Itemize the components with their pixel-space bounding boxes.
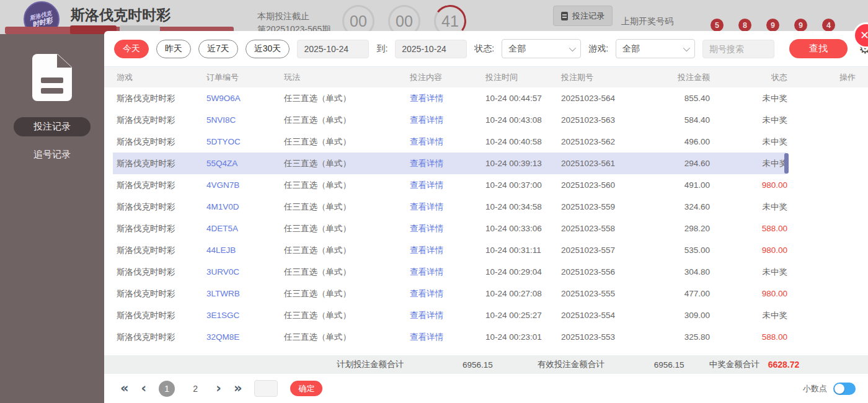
cell-time: 10-24 00:37:00 [485,180,561,190]
status-select-value: 全部 [508,43,526,55]
cell-status: 未中奖 [710,202,787,213]
cell-status: 588.00 [710,332,787,342]
order-link[interactable]: 5DTYOC [206,137,284,146]
detail-link[interactable]: 查看详情 [410,180,485,191]
cell-time: 10-24 00:31:11 [485,246,561,255]
cell-time: 10-24 00:44:57 [485,94,561,103]
document-icon-line [41,88,63,94]
sidebar-item[interactable]: 投注记录 [14,117,91,136]
table-row[interactable]: 斯洛伐克时时彩3LTWRB任三直选（单式）查看详情10-24 00:27:082… [104,283,868,304]
detail-link[interactable]: 查看详情 [410,93,485,104]
cell-play: 任三直选（单式） [284,158,410,169]
game-select[interactable]: 全部 [616,39,695,58]
table-row[interactable]: 斯洛伐克时时彩32QM8E任三直选（单式）查看详情10-24 00:23:012… [104,326,868,348]
cell-period: 20251023-556 [561,267,665,277]
detail-link[interactable]: 查看详情 [410,223,485,234]
cell-game: 斯洛伐克时时彩 [117,223,206,234]
table-row[interactable]: 斯洛伐克时时彩4VGN7B任三直选（单式）查看详情10-24 00:37:002… [104,174,868,196]
table-row[interactable]: 斯洛伐克时时彩44LEJB任三直选（单式）查看详情10-24 00:31:112… [104,239,868,261]
order-link[interactable]: 3E1SGC [206,311,284,320]
detail-link[interactable]: 查看详情 [410,158,485,169]
cell-status: 未中奖 [710,158,787,169]
prev-page-button[interactable]: ‹ [141,382,147,395]
cell-amount: 304.80 [665,267,710,277]
cell-game: 斯洛伐克时时彩 [117,310,206,321]
page-list: 12 [159,381,203,397]
decimal-control: 小数点 [803,383,856,395]
cell-play: 任三直选（单式） [284,115,410,126]
countdown-value: 00 [350,12,367,30]
detail-link[interactable]: 查看详情 [410,332,485,343]
cell-play: 任三直选（单式） [284,223,410,234]
game-select-value: 全部 [622,43,640,55]
order-link[interactable]: 5NVI8C [206,115,284,125]
table-row[interactable]: 斯洛伐克时时彩55Q4ZA任三直选（单式）查看详情10-24 00:39:132… [104,153,868,174]
cell-play: 任三直选（单式） [284,136,410,148]
sidebar-item[interactable]: 追号记录 [14,145,91,164]
order-link[interactable]: 5W9O6A [206,94,284,103]
app: { "colors": { "accent": "#f84d4d", "link… [0,0,868,403]
order-link[interactable]: 4M1V0D [206,202,284,211]
table-row[interactable]: 斯洛伐克时时彩5DTYOC任三直选（单式）查看详情10-24 00:40:582… [104,131,868,153]
status-select[interactable]: 全部 [502,39,581,58]
document-icon-line [41,78,63,83]
toggle-knob [835,384,844,394]
date-to-input[interactable] [395,40,467,58]
detail-link[interactable]: 查看详情 [410,288,485,299]
period-search-input[interactable] [702,40,774,58]
order-link[interactable]: 3LTWRB [206,289,284,298]
order-link[interactable]: 4DET5A [206,224,284,233]
cell-period: 20251023-554 [561,311,665,320]
range-button[interactable]: 近30天 [246,40,290,58]
table-row[interactable]: 斯洛伐克时时彩3E1SGC任三直选（单式）查看详情10-24 00:25:272… [104,304,868,326]
detail-link[interactable]: 查看详情 [410,310,485,321]
page-button[interactable]: 1 [159,381,175,397]
cell-amount: 584.40 [665,115,710,125]
summary-bar: 计划投注金额合计 6956.15 有效投注金额合计 6956.15 中奖金额合计… [104,355,868,374]
detail-link[interactable]: 查看详情 [410,115,485,126]
detail-link[interactable]: 查看详情 [410,136,485,148]
page-button[interactable]: 2 [187,381,203,397]
cell-game: 斯洛伐克时时彩 [117,245,206,256]
last-draw-label: 上期开奖号码 [621,16,673,27]
date-from-input[interactable] [297,40,369,58]
cell-play: 任三直选（单式） [284,180,410,191]
cell-game: 斯洛伐克时时彩 [117,180,206,191]
cell-status: 未中奖 [710,93,787,104]
order-link[interactable]: 55Q4ZA [206,159,284,168]
cell-amount: 325.80 [665,332,710,342]
column-header: 游戏 [117,72,206,83]
last-page-button[interactable]: » [234,382,242,395]
bet-record-button[interactable]: 投注记录 [553,6,613,26]
range-button[interactable]: 昨天 [156,40,191,58]
table-row[interactable]: 斯洛伐克时时彩5NVI8C任三直选（单式）查看详情10-24 00:43:082… [104,109,868,131]
table-row[interactable]: 斯洛伐克时时彩4DET5A任三直选（单式）查看详情10-24 00:33:062… [104,218,868,239]
sidebar-menu: 投注记录追号记录 [0,117,104,164]
order-link[interactable]: 32QM8E [206,332,284,342]
order-link[interactable]: 4VGN7B [206,180,284,190]
chevron-down-icon [683,44,690,51]
cell-play: 任三直选（单式） [284,267,410,278]
detail-link[interactable]: 查看详情 [410,202,485,213]
first-page-button[interactable]: « [120,382,129,395]
table-row[interactable]: 斯洛伐克时时彩4M1V0D任三直选（单式）查看详情10-24 00:34:582… [104,196,868,218]
detail-link[interactable]: 查看详情 [410,267,485,278]
order-link[interactable]: 44LEJB [206,246,284,255]
column-header: 投注时间 [485,72,561,83]
confirm-page-button[interactable]: 确定 [290,381,322,396]
filter-bar: 今天昨天近7天近30天 到: 状态: 全部 游戏: 全部 查找 ⚙ [104,31,868,67]
range-button[interactable]: 近7天 [198,40,238,58]
next-page-button[interactable]: › [216,382,221,395]
decimal-toggle[interactable] [833,383,856,395]
search-button[interactable]: 查找 [789,39,848,58]
range-button[interactable]: 今天 [114,40,149,58]
detail-link[interactable]: 查看详情 [410,245,485,256]
page-number-input[interactable] [254,380,278,397]
table-row[interactable]: 斯洛伐克时时彩3URV0C任三直选（单式）查看详情10-24 00:29:042… [104,261,868,283]
order-link[interactable]: 3URV0C [206,267,284,277]
records-document-icon [32,54,72,101]
cell-game: 斯洛伐克时时彩 [117,93,206,104]
document-icon [561,12,568,20]
table-row[interactable]: 斯洛伐克时时彩5W9O6A任三直选（单式）查看详情10-24 00:44:572… [104,87,868,109]
cell-amount: 298.20 [665,224,710,233]
